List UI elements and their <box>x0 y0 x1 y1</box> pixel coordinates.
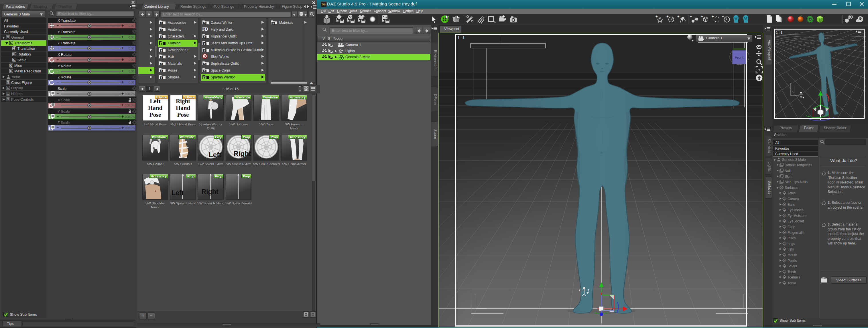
svg-text:S: S <box>204 70 205 72</box>
svg-text:S: S <box>161 76 162 79</box>
svg-text:+: + <box>712 14 714 19</box>
svg-text:Right: Right <box>202 188 218 195</box>
svg-text:+: + <box>701 14 703 19</box>
svg-text:G: G <box>7 36 9 39</box>
svg-text:D: D <box>205 26 208 31</box>
svg-text:+: + <box>677 14 680 19</box>
svg-text:G: G <box>7 98 9 101</box>
svg-text:G: G <box>7 81 9 84</box>
svg-text:S: S <box>204 76 205 79</box>
svg-text:+: + <box>690 14 692 19</box>
svg-text:S: S <box>161 35 162 38</box>
svg-text:Hand: Hand <box>148 104 163 111</box>
svg-text:S: S <box>204 49 205 52</box>
svg-text:S: S <box>204 42 205 45</box>
svg-text:Pose: Pose <box>177 111 189 118</box>
svg-text:G: G <box>13 47 16 50</box>
svg-text:P: P <box>860 18 861 20</box>
svg-text:S: S <box>204 22 205 25</box>
svg-text:Left: Left <box>172 189 184 197</box>
svg-text:G: G <box>13 58 16 62</box>
svg-text:S: S <box>161 49 162 52</box>
svg-text:S: S <box>161 56 162 59</box>
svg-text:S: S <box>161 63 162 66</box>
svg-text:Pose: Pose <box>150 111 161 118</box>
svg-text:Left: Left <box>209 151 221 159</box>
svg-text:Right: Right <box>234 150 251 157</box>
svg-text:+: + <box>722 14 724 19</box>
svg-text:+: + <box>655 14 658 19</box>
svg-text:G: G <box>13 53 16 56</box>
svg-text:S: S <box>204 54 206 58</box>
svg-text:G: G <box>7 87 9 90</box>
svg-text:+: + <box>666 14 669 19</box>
svg-text:1 : 1: 1 : 1 <box>776 31 783 35</box>
svg-text:S: S <box>161 42 162 45</box>
svg-text:G: G <box>7 92 9 95</box>
svg-text:S: S <box>272 22 274 25</box>
svg-text:S: S <box>161 70 162 72</box>
svg-text:S: S <box>204 63 205 66</box>
svg-text:G: G <box>10 70 12 73</box>
svg-text:S: S <box>161 29 162 31</box>
svg-text:G: G <box>10 64 12 67</box>
svg-text:Hand: Hand <box>176 104 190 111</box>
svg-text:S: S <box>204 35 205 38</box>
svg-text:G: G <box>10 41 12 45</box>
svg-text:S: S <box>161 22 162 25</box>
